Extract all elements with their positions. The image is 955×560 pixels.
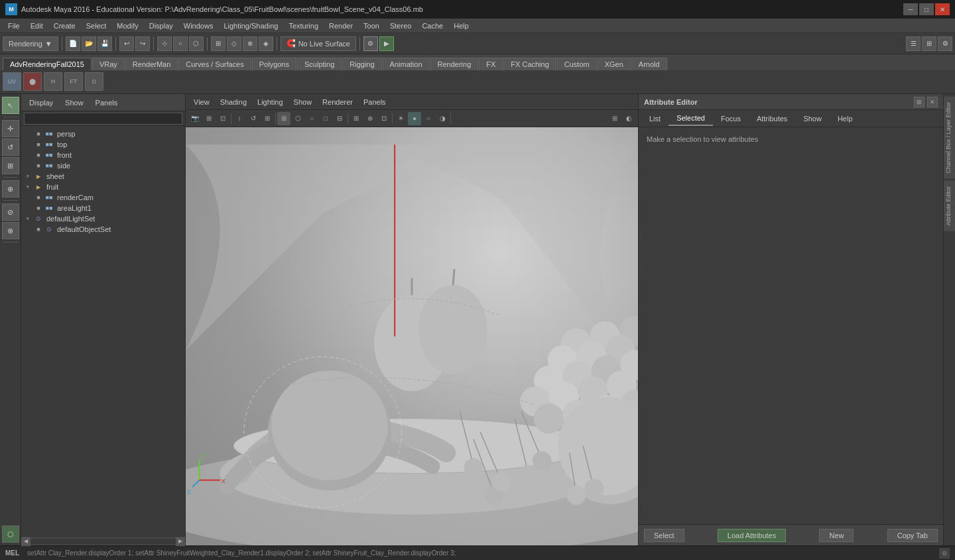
menu-help[interactable]: Help (448, 21, 474, 31)
channel-box-button[interactable]: ☰ (906, 36, 921, 51)
snap-surface-button[interactable]: ◈ (259, 36, 273, 51)
attr-tab-attributes[interactable]: Attributes (749, 112, 795, 125)
attr-tab-list[interactable]: List (641, 112, 668, 125)
attr-copy-tab-button[interactable]: Copy Tab (887, 529, 938, 542)
shelf-icon-2[interactable]: ⬤ (23, 72, 42, 91)
side-tab-attr-editor[interactable]: Attribute Editor (944, 181, 955, 231)
vp-smooth-button[interactable]: ○ (305, 112, 318, 125)
maximize-button[interactable]: □ (919, 3, 934, 15)
vp-two-side-button[interactable]: ◑ (436, 112, 449, 125)
vp-menu-lighting[interactable]: Lighting (252, 97, 288, 107)
vp-bounding-box-button[interactable]: ⊟ (333, 112, 346, 125)
move-tool[interactable]: ✛ (2, 120, 19, 137)
vp-rotate-button[interactable]: ↺ (247, 112, 260, 125)
select-tool[interactable]: ↖ (2, 97, 19, 114)
menu-cache[interactable]: Cache (416, 21, 448, 31)
menu-modify[interactable]: Modify (111, 21, 143, 31)
render-preview-tool[interactable]: ⬡ (2, 526, 19, 543)
universal-tool[interactable]: ⊕ (2, 180, 19, 197)
menu-render[interactable]: Render (324, 21, 358, 31)
attr-close-button[interactable]: ✕ (927, 97, 938, 107)
menu-edit[interactable]: Edit (25, 21, 48, 31)
scroll-left-button[interactable]: ◀ (21, 537, 31, 546)
lasso-tool-button[interactable]: ○ (173, 36, 188, 51)
attr-load-button[interactable]: Load Attributes (718, 529, 786, 542)
attr-editor-button[interactable]: ⊞ (922, 36, 936, 51)
window-controls[interactable]: ─ □ ✕ (903, 3, 950, 15)
shelf-icon-1[interactable]: UV (3, 72, 21, 91)
shelf-tab-xgen[interactable]: XGen (598, 58, 631, 70)
viewport-canvas[interactable]: Y X Z persp (ShineyFruitWeighted_Clay_Re… (186, 127, 638, 545)
snap-point-button[interactable]: ⊕ (243, 36, 257, 51)
shelf-tab-custom[interactable]: Custom (557, 58, 597, 70)
shelf-tab-animation[interactable]: Animation (383, 58, 430, 70)
vp-smooth-wire-button[interactable]: ⬡ (291, 112, 304, 125)
live-surface-button[interactable]: 🧲 No Live Surface (281, 36, 356, 51)
outliner-hscroll[interactable]: ◀ ▶ (21, 536, 185, 545)
menu-texturing[interactable]: Texturing (283, 21, 324, 31)
status-icon[interactable]: ⚙ (939, 548, 950, 559)
redo-button[interactable]: ↪ (135, 36, 150, 51)
vp-menu-view[interactable]: View (188, 97, 215, 107)
menu-file[interactable]: File (3, 21, 25, 31)
shelf-tab-sculpting[interactable]: Sculpting (297, 58, 342, 70)
shelf-tab-rendering[interactable]: Rendering (430, 58, 479, 70)
menu-lighting-shading[interactable]: Lighting/Shading (218, 21, 283, 31)
vp-flat-button[interactable]: □ (319, 112, 332, 125)
vp-ipp-button[interactable]: ◐ (622, 112, 635, 125)
vp-render-region-button[interactable]: ⊞ (608, 112, 621, 125)
shelf-icon-4[interactable]: FT (64, 72, 83, 91)
shelf-tab-polygons[interactable]: Polygons (252, 58, 296, 70)
vp-hud-button[interactable]: ⊕ (363, 112, 377, 125)
attr-tab-selected[interactable]: Selected (668, 111, 713, 126)
shelf-tab-advrendering[interactable]: AdvRenderingFall2015 (3, 58, 92, 70)
soft-mod-tool[interactable]: ⊘ (2, 203, 19, 221)
outliner-panels-menu[interactable]: Panels (90, 97, 123, 108)
paint-select-button[interactable]: ⬡ (189, 36, 204, 51)
vp-ambient-button[interactable]: ○ (422, 112, 435, 125)
vp-move-button[interactable]: ↕ (233, 112, 246, 125)
attr-tab-show[interactable]: Show (795, 112, 830, 125)
snap-grid-button[interactable]: ⊞ (211, 36, 225, 51)
outliner-item-persp[interactable]: ■ ■■ persp (21, 129, 185, 139)
shelf-tab-curves[interactable]: Curves / Surfaces (178, 58, 251, 70)
new-scene-button[interactable]: 📄 (66, 36, 80, 51)
vp-grid-button[interactable]: ⊞ (350, 112, 363, 125)
workspace-dropdown[interactable]: Rendering ▼ (3, 36, 58, 51)
vp-menu-shading[interactable]: Shading (215, 97, 252, 107)
shelf-tab-fx[interactable]: FX (479, 58, 503, 70)
vp-camera-button[interactable]: 📷 (188, 112, 202, 125)
outliner-search-input[interactable] (24, 113, 182, 125)
attr-new-button[interactable]: New (819, 529, 854, 542)
vp-select-camera-button[interactable]: ⊞ (202, 112, 216, 125)
vp-isolate-button[interactable]: ⊡ (216, 112, 229, 125)
side-tab-channel-box[interactable]: Channel Box / Layer Editor (944, 97, 955, 179)
vp-default-light-button[interactable]: ● (408, 112, 421, 125)
shelf-tab-fxcaching[interactable]: FX Caching (503, 58, 556, 70)
scroll-track[interactable] (31, 539, 176, 544)
outliner-item-defaultobjectset[interactable]: ■ ⊙ defaultObjectSet (21, 224, 185, 235)
close-button[interactable]: ✕ (935, 3, 950, 15)
menu-display[interactable]: Display (144, 21, 178, 31)
menu-toon[interactable]: Toon (358, 21, 385, 31)
vp-menu-renderer[interactable]: Renderer (317, 97, 358, 107)
shelf-tab-renderman[interactable]: RenderMan (125, 58, 178, 70)
vp-menu-panels[interactable]: Panels (358, 97, 391, 107)
snap-curve-button[interactable]: ◇ (227, 36, 241, 51)
attr-tab-focus[interactable]: Focus (713, 112, 749, 125)
outliner-item-side[interactable]: ■ ■■ side (21, 160, 185, 171)
render-button[interactable]: ▶ (379, 36, 394, 51)
menu-windows[interactable]: Windows (178, 21, 219, 31)
outliner-item-top[interactable]: ■ ■■ top (21, 139, 185, 150)
attr-tab-help[interactable]: Help (830, 112, 861, 125)
open-scene-button[interactable]: 📂 (82, 36, 96, 51)
rotate-tool[interactable]: ↺ (2, 139, 19, 156)
menu-select[interactable]: Select (81, 21, 112, 31)
outliner-item-arealight[interactable]: ■ ■■ areaLight1 (21, 203, 185, 213)
sculpt-tool[interactable]: ⊗ (2, 222, 19, 239)
save-scene-button[interactable]: 💾 (97, 36, 112, 51)
outliner-item-defaultlightset[interactable]: + ⊙ defaultLightSet (21, 213, 185, 224)
outliner-display-menu[interactable]: Display (24, 97, 58, 108)
shelf-icon-5[interactable]: ⊙ (85, 72, 103, 91)
outliner-item-rendercam[interactable]: ■ ■■ renderCam (21, 192, 185, 203)
